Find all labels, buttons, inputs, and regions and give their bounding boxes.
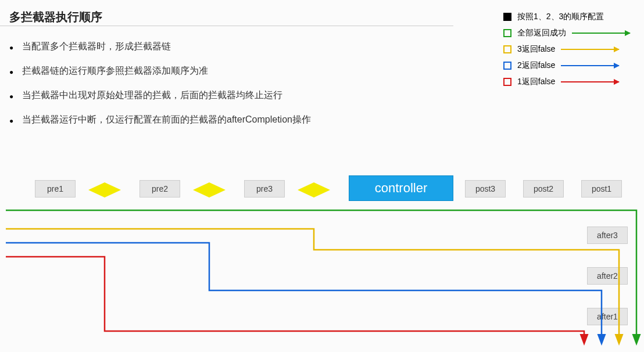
flow-red <box>6 257 584 343</box>
page-title: 多拦截器执行顺序 <box>9 9 102 25</box>
title-underline <box>0 26 453 26</box>
square-icon <box>503 45 511 53</box>
legend-ret2: 2返回false <box>503 60 630 71</box>
square-icon <box>503 29 511 37</box>
flow-diagram: pre1 pre2 pre3 controller post3 post2 po… <box>0 174 644 349</box>
legend-config: 按照1、2、3的顺序配置 <box>503 12 630 22</box>
bullet-2: 拦截器链的运行顺序参照拦截器添加顺序为准 <box>9 64 311 78</box>
flow-blue <box>6 243 602 343</box>
bullet-1: 当配置多个拦截器时，形成拦截器链 <box>9 39 311 53</box>
legend-config-label: 按照1、2、3的顺序配置 <box>517 12 604 22</box>
bullet-list: 当配置多个拦截器时，形成拦截器链 拦截器链的运行顺序参照拦截器添加顺序为准 当拦… <box>9 39 311 137</box>
arrow-icon <box>561 81 619 83</box>
square-icon <box>503 13 511 21</box>
legend-ret3: 3返回false <box>503 44 630 55</box>
square-icon <box>503 62 511 70</box>
legend-ret2-label: 2返回false <box>517 60 555 71</box>
flow-green <box>6 210 636 343</box>
legend-success-label: 全部返回成功 <box>517 28 566 38</box>
bullet-3: 当拦截器中出现对原始处理器的拦截，后面的拦截器均终止运行 <box>9 88 311 102</box>
flow-lines <box>0 174 644 349</box>
arrow-icon <box>572 33 630 34</box>
arrow-icon <box>561 49 619 51</box>
legend: 按照1、2、3的顺序配置 全部返回成功 3返回false 2返回false 1返… <box>503 12 630 93</box>
arrow-icon <box>561 65 619 67</box>
bullet-4: 当拦截器运行中断，仅运行配置在前面的拦截器的afterCompletion操作 <box>9 113 311 127</box>
legend-success: 全部返回成功 <box>503 28 630 38</box>
legend-ret1: 1返回false <box>503 77 630 87</box>
legend-ret1-label: 1返回false <box>517 77 555 87</box>
square-icon <box>503 78 511 86</box>
flow-yellow <box>6 229 619 343</box>
legend-ret3-label: 3返回false <box>517 44 555 55</box>
